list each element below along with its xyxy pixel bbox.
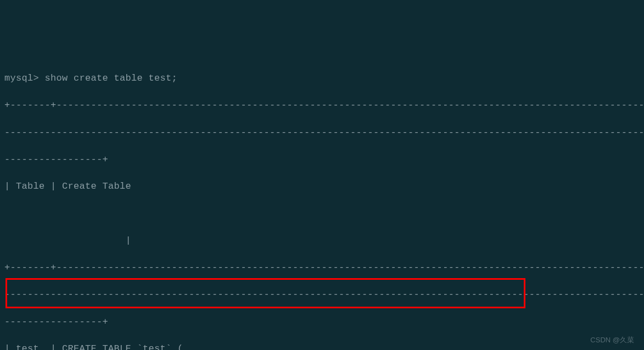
table-border-end: -----------------+ <box>4 315 640 329</box>
pipe-line: | <box>4 234 640 248</box>
table-border-top: +-------+-------------------------------… <box>4 99 640 112</box>
table-border-end: -----------------+ <box>4 153 640 167</box>
mysql-prompt-line: mysql> show create table test; <box>4 72 640 86</box>
table-header: | Table | Create Table <box>4 180 640 194</box>
create-table-line: | test | CREATE TABLE `test` ( <box>4 342 640 350</box>
table-border-cont: ----------------------------------------… <box>4 126 640 140</box>
terminal-output: mysql> show create table test; +-------+… <box>4 59 640 350</box>
watermark-text: CSDN @久菜 <box>590 335 634 346</box>
table-border-cont: ----------------------------------------… <box>4 288 640 302</box>
table-border-mid: +-------+-------------------------------… <box>4 261 640 275</box>
